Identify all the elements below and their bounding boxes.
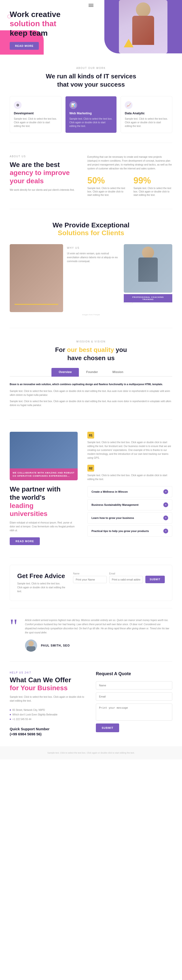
exceptional-content: WHY US Ut enim ad minim veniam, quis nos… (67, 244, 120, 312)
help-items-list: 65 Street, Network City, N9PD Which don'… (10, 708, 86, 722)
hero-title: Work creative solution that keep team (10, 10, 92, 38)
hamburger-menu[interactable] (89, 4, 93, 7)
testimonial-section: " Article evident arrived express highes… (0, 608, 182, 661)
mission-title: For our best quality you have chosen us (10, 346, 172, 362)
tab-founder[interactable]: Founder (79, 368, 105, 377)
exceptional-right: PROFESSIONAL COACHING TRAINING → (124, 244, 172, 312)
testimonial-text: Article evident arrived express highest … (25, 618, 172, 635)
about-us-desc: We work directly for our clients and put… (10, 188, 78, 192)
accordion-item-2[interactable]: Business Sustainability Management + (87, 499, 172, 511)
partner-section: WE COLLABORATE WITH AMAZING AND ROBUST C… (0, 420, 182, 557)
exceptional-title: We Provide Exceptional Solutions for Cli… (10, 221, 172, 237)
advice-name-group: Name (73, 572, 107, 583)
partner-image: WE COLLABORATE WITH AMAZING AND ROBUST C… (10, 432, 78, 480)
footer-text: Sample text. Click to select the text bo… (10, 751, 172, 754)
numbered-label-1: 01 (87, 432, 172, 439)
stat-99: 99% Sample text. Click to select the tex… (134, 175, 172, 197)
testimonial-author: PAUL SMITH, SEO (25, 640, 172, 652)
mission-section: MISSION & VISION For our best quality yo… (0, 328, 182, 420)
hero-triangle-decoration (124, 39, 134, 47)
help-item-address: 65 Street, Network City, N9PD (10, 708, 86, 712)
advice-title: Get Free Advice (17, 572, 66, 580)
service-title-web-marketing: Web Marketing (69, 111, 113, 115)
hero-section: Work creative solution that keep team RE… (0, 0, 182, 55)
numbered-item-2: 02 Sample text. Click to select the text… (87, 465, 172, 481)
advice-email-group: Email (109, 572, 143, 583)
advice-email-input[interactable] (109, 576, 143, 583)
tab-mission[interactable]: Mission (105, 368, 131, 377)
exceptional-person-image (124, 244, 172, 293)
partner-title: We partner with the world's leading univ… (10, 485, 78, 518)
stat-50: 50% Sample text. Click to select the tex… (87, 175, 126, 197)
bullet-icon-1 (10, 710, 11, 711)
advice-name-input[interactable] (73, 576, 107, 583)
services-grid: ⚙ Development Sample text. Click to sele… (10, 96, 172, 133)
hero-image-area (109, 0, 168, 53)
advice-form: Name Email SUBMIT (73, 572, 165, 583)
advice-left: Get Free Advice Sample text. Click to se… (17, 572, 66, 593)
accordion-item-4[interactable]: Practical tips to help you grow your pro… (87, 525, 172, 536)
tab-overview[interactable]: Overview (51, 368, 79, 377)
hero-content: Work creative solution that keep team RE… (10, 10, 92, 50)
about-us-body: Everything that can be necessary to crea… (87, 155, 172, 170)
about-us-title: We are the best agency to improve your d… (10, 161, 78, 185)
service-text-development: Sample text. Click to select the text bo… (14, 117, 57, 128)
contact-submit-button[interactable]: SUBMIT (96, 724, 119, 732)
quick-support-number: Quick Support Number (+99 6984 5698 56) (10, 726, 86, 737)
author-name: PAUL SMITH, SEO (41, 644, 70, 647)
advice-email-label: Email (109, 572, 143, 575)
about-work-section: ABOUT OUR WORK We run all kinds of IT se… (0, 55, 182, 143)
hero-cta-button[interactable]: READ MORE (10, 42, 39, 50)
stat-50-text: Sample text. Click to select the text bo… (87, 187, 126, 197)
web-marketing-icon: 📊 (69, 101, 77, 109)
contact-name-input[interactable] (96, 681, 172, 689)
partner-desc: Etiam volutpat ut volutpat et rhoncus ip… (10, 521, 78, 533)
help-contact-section: HELP US 24/7 What Can We Offer for Your … (0, 662, 182, 746)
exceptional-grid: WHY US Ut enim ad minim veniam, quis nos… (10, 244, 172, 312)
data-analytic-icon: 📈 (125, 101, 133, 109)
help-text: Sample text. Click to select the text bo… (10, 695, 86, 703)
accordion-title-2: Business Sustainability Management (91, 503, 139, 506)
bullet-icon-3 (10, 719, 11, 720)
why-us-label: WHY US (67, 247, 120, 249)
service-text-web-marketing: Sample text. Click to select the text bo… (69, 117, 113, 128)
contact-form: SUBMIT (96, 681, 172, 732)
author-avatar (25, 640, 37, 652)
author-info: PAUL SMITH, SEO (41, 644, 70, 647)
numbered-item-1: 01 Sample text. Click to select the text… (87, 432, 172, 460)
stat-99-number: 99% (134, 175, 172, 186)
contact-email-input[interactable] (96, 692, 172, 701)
advice-submit-button[interactable]: SUBMIT (145, 576, 165, 583)
advice-name-label: Name (73, 572, 107, 575)
service-title-data-analytic: Data Analytic (125, 111, 168, 115)
num-badge-1: 01 (87, 432, 94, 439)
advice-right: Name Email SUBMIT (73, 572, 165, 583)
service-card-web-marketing: 📊 Web Marketing Sample text. Click to se… (65, 96, 117, 133)
accordion-title-4: Practical tips to help you grow your pro… (91, 530, 149, 533)
numbered-text-2: Sample text. Click to select the text bo… (87, 474, 172, 481)
num-badge-2: 02 (87, 465, 94, 472)
accordion-icon-1: + (163, 489, 168, 494)
stat-99-text: Sample text. Click to select the text bo… (134, 187, 172, 197)
development-icon: ⚙ (14, 101, 22, 109)
service-card-data-analytic: 📈 Data Analytic Sample text. Click to se… (121, 96, 172, 133)
contact-title: Request A Quote (96, 671, 172, 676)
accordion-item-1[interactable]: Create a Wellness in Wincon + (87, 486, 172, 497)
accordion-icon-4: + (163, 528, 168, 533)
advice-section: Get Free Advice Sample text. Click to se… (10, 565, 172, 601)
accordion-item-3[interactable]: Learn how to grow your business + (87, 512, 172, 523)
about-us-label: ABOUT US (10, 155, 78, 158)
partner-read-more-button[interactable]: READ MORE (10, 537, 40, 545)
accordion-title-1: Create a Wellness in Wincon (91, 490, 128, 493)
mission-body-text-2: Sample text. Click to select the text bo… (10, 399, 172, 407)
partner-right: 01 Sample text. Click to select the text… (87, 432, 172, 545)
stat-50-number: 50% (87, 175, 126, 186)
exceptional-left-image (10, 244, 63, 312)
exceptional-text: Ut enim ad minim veniam, quis nostrud ex… (67, 252, 120, 263)
image-credit: Images from Freepik (10, 313, 172, 316)
stats-row: 50% Sample text. Click to select the tex… (87, 175, 172, 197)
help-item-phone-number: +1 222 545 55 44 (10, 717, 86, 722)
footer-section: Sample text. Click to select the text bo… (0, 746, 182, 759)
contact-message-input[interactable] (96, 703, 172, 721)
help-label: HELP US 24/7 (10, 671, 86, 674)
